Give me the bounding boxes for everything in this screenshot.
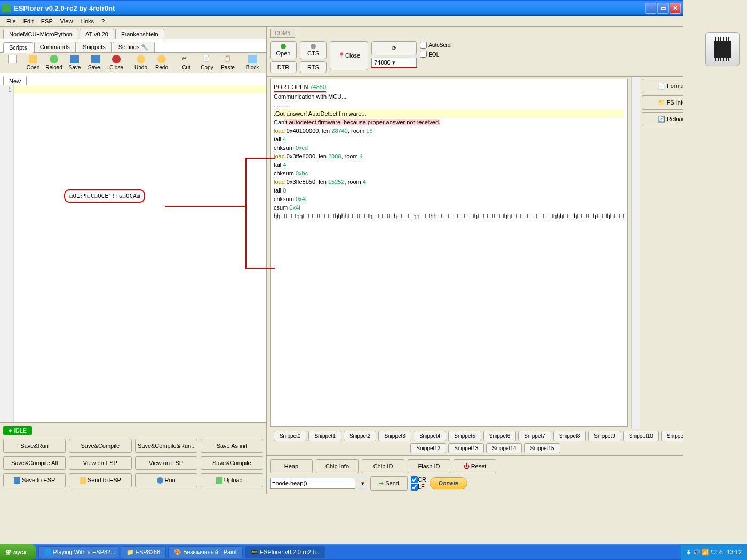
- btn-view-esp-1[interactable]: View on ESP: [69, 456, 131, 470]
- com-port-label: COM4: [270, 29, 295, 38]
- menu-view[interactable]: View: [57, 17, 76, 26]
- tab-nodemcu[interactable]: NodeMCU+MicroPython: [3, 29, 78, 39]
- btn-save-compile-all[interactable]: Save&Compile All: [3, 456, 66, 470]
- window-title: ESPlorer v0.2.0-rc2 by 4refr0nt: [14, 4, 645, 12]
- btn-reset[interactable]: ⏻ Reset: [454, 459, 496, 473]
- tb-paste[interactable]: 📋Paste: [218, 54, 238, 71]
- btn-save-compile[interactable]: Save&Compile: [69, 439, 131, 453]
- btn-refresh-ports[interactable]: ⟳: [371, 41, 417, 55]
- editor-toolbar: Open Reload Save Save.. Close Undo Redo …: [0, 53, 266, 73]
- tb-redo[interactable]: Redo: [152, 54, 172, 71]
- snippet-14[interactable]: Snippet14: [486, 443, 522, 453]
- btn-donate[interactable]: Donate: [430, 477, 467, 489]
- btn-close-port[interactable]: 📍Close: [330, 41, 368, 70]
- maximize-button[interactable]: ▭: [657, 3, 669, 14]
- file-tab-new[interactable]: New: [3, 76, 27, 86]
- snippet-9[interactable]: Snippet9: [588, 431, 621, 441]
- cb-eol[interactable]: EOL: [420, 51, 453, 58]
- snippet-13[interactable]: Snippet13: [448, 443, 484, 453]
- btn-dtr[interactable]: DTR: [270, 61, 297, 73]
- tb-saveas[interactable]: Save..: [85, 54, 106, 71]
- tb-open[interactable]: Open: [23, 54, 43, 71]
- subtab-scripts[interactable]: Scripts: [3, 42, 33, 53]
- tb-cut[interactable]: ✂Cut: [176, 54, 196, 71]
- btn-run[interactable]: Run: [135, 473, 197, 487]
- snippet-1[interactable]: Snippet1: [308, 431, 341, 441]
- btn-open-port[interactable]: Open: [270, 41, 297, 59]
- btn-save-compile-2[interactable]: Save&Compile: [201, 456, 263, 470]
- btn-rts[interactable]: RTS: [300, 61, 327, 73]
- snippet-12[interactable]: Snippet12: [410, 443, 446, 453]
- btn-save-compile-run[interactable]: Save&Compile&Run..: [135, 439, 197, 453]
- btn-cts[interactable]: CTS: [300, 41, 327, 59]
- annotation-bracket: [245, 158, 275, 269]
- btn-flashid[interactable]: Flash ID: [408, 459, 450, 473]
- left-pane: NodeMCU+MicroPython AT v0.20 Frankenshte…: [0, 27, 267, 494]
- snippet-7[interactable]: Snippet7: [518, 431, 551, 441]
- baud-select[interactable]: 74880 ▾: [371, 58, 417, 68]
- tb-close[interactable]: Close: [106, 54, 126, 71]
- serial-controls: Open DTR CTS RTS 📍Close ⟳ 74880 ▾ AutoSc…: [267, 38, 683, 77]
- subtab-snippets[interactable]: Snippets: [77, 42, 112, 52]
- tab-frank[interactable]: Frankenshtein: [115, 29, 164, 39]
- menu-help[interactable]: ?: [98, 17, 108, 26]
- snippet-15[interactable]: Snippet15: [524, 443, 560, 453]
- cmd-input[interactable]: [270, 478, 355, 489]
- status-idle: ● IDLE: [3, 426, 32, 435]
- btn-chipinfo[interactable]: Chip Info: [316, 459, 359, 473]
- cmd-dropdown[interactable]: ▾: [359, 478, 367, 489]
- menubar: File Edit ESP View Links ?: [0, 16, 683, 27]
- terminal[interactable]: PORT OPEN 74880 Communication with MCU..…: [270, 79, 628, 427]
- menu-links[interactable]: Links: [77, 17, 97, 26]
- menu-edit[interactable]: Edit: [20, 17, 37, 26]
- snippet-4[interactable]: Snippet4: [414, 431, 446, 441]
- btn-send-to-esp[interactable]: Send to ESP: [69, 473, 131, 487]
- btn-format[interactable]: 📄 Format: [642, 79, 683, 93]
- btn-upload[interactable]: Upload ..: [201, 473, 263, 487]
- tb-undo[interactable]: Undo: [131, 54, 151, 71]
- annotation-box: ☐OI:¶☐C☐OCE'!†ь☐OCAш: [64, 189, 145, 203]
- annotation-connector: [165, 206, 245, 207]
- snippet-11[interactable]: Snippet11: [661, 431, 683, 441]
- btn-view-esp-2[interactable]: View on ESP: [135, 456, 197, 470]
- tb-reload[interactable]: Reload: [44, 54, 64, 71]
- btn-heap[interactable]: Heap: [270, 459, 313, 473]
- editor[interactable]: 1 ☐OI:¶☐C☐OCE'!†ь☐OCAш: [0, 85, 266, 422]
- btn-reload-fs[interactable]: 🔄 Reload: [642, 112, 683, 126]
- btn-send[interactable]: ➜ Send: [370, 476, 408, 491]
- tb-new[interactable]: [2, 54, 22, 71]
- titlebar: ESPlorer v0.2.0-rc2 by 4refr0nt _ ▭ ✕: [0, 0, 683, 16]
- menu-file[interactable]: File: [3, 17, 19, 26]
- subtab-settings[interactable]: Settings 🔧: [113, 42, 155, 52]
- editor-body[interactable]: [14, 85, 266, 422]
- right-bottom-panel: Heap Chip Info Chip ID Flash ID ⏻ Reset …: [267, 455, 683, 494]
- tab-at[interactable]: AT v0.20: [80, 29, 114, 39]
- menu-esp[interactable]: ESP: [38, 17, 56, 26]
- btn-save-to-esp[interactable]: Save to ESP: [3, 473, 66, 487]
- tb-save[interactable]: Save: [65, 54, 85, 71]
- right-pane: COM4 Open DTR CTS RTS 📍Close ⟳ 74880 ▾ A…: [267, 27, 683, 494]
- cb-lf[interactable]: LF: [411, 483, 426, 491]
- btn-fsinfo[interactable]: 📁 FS Info: [642, 95, 683, 110]
- minimize-button[interactable]: _: [645, 3, 656, 14]
- subtab-commands[interactable]: Commands: [34, 42, 76, 52]
- cb-cr[interactable]: CR: [411, 476, 426, 484]
- snippet-0[interactable]: Snippet0: [274, 431, 306, 441]
- terminal-scrollbar[interactable]: [631, 77, 640, 429]
- cb-autoscroll[interactable]: AutoScroll: [420, 41, 453, 49]
- btn-save-run[interactable]: Save&Run: [3, 439, 66, 453]
- tb-copy[interactable]: 📄Copy: [197, 54, 217, 71]
- snippet-3[interactable]: Snippet3: [378, 431, 411, 441]
- snippet-2[interactable]: Snippet2: [344, 431, 376, 441]
- btn-save-as-init[interactable]: Save As init: [201, 439, 263, 453]
- line-number: 1: [2, 86, 11, 94]
- snippet-5[interactable]: Snippet5: [448, 431, 481, 441]
- snippet-10[interactable]: Snippet10: [623, 431, 659, 441]
- sub-tabs: Scripts Commands Snippets Settings 🔧: [0, 39, 266, 53]
- close-button[interactable]: ✕: [670, 3, 681, 14]
- gutter: 1: [0, 85, 14, 422]
- tb-block[interactable]: Block: [242, 54, 263, 71]
- snippet-8[interactable]: Snippet8: [553, 431, 586, 441]
- snippet-6[interactable]: Snippet6: [483, 431, 516, 441]
- btn-chipid[interactable]: Chip ID: [362, 459, 404, 473]
